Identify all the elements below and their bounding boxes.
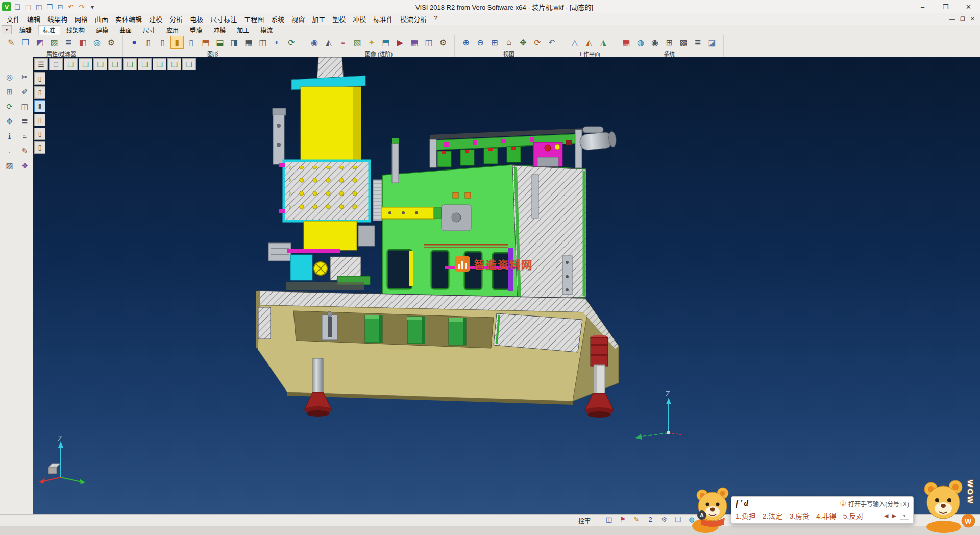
status-count-badge[interactable]: 2: [646, 516, 655, 523]
mirror-tool-icon[interactable]: ◫: [17, 100, 32, 113]
tab-die[interactable]: 冲模: [208, 25, 231, 35]
tab-wireframe[interactable]: 线架构: [61, 25, 90, 35]
save-icon[interactable]: ◫: [34, 2, 44, 12]
layer-list-icon[interactable]: ▯: [142, 36, 155, 49]
refresh-all-icon[interactable]: ⟳: [285, 36, 298, 49]
menu-wireframe[interactable]: 线架构: [44, 13, 71, 25]
menu-edit[interactable]: 编辑: [23, 13, 44, 25]
shaded-sphere-icon[interactable]: ◉: [648, 36, 662, 49]
ime-candidate[interactable]: 3.房贷: [789, 510, 810, 521]
attribute-copy-icon[interactable]: ❐: [19, 36, 32, 49]
curve-icon[interactable]: ≈: [17, 130, 32, 143]
mdi-restore-button[interactable]: ❐: [960, 16, 965, 22]
view-menu-icon[interactable]: ☰: [34, 58, 48, 70]
tab-moldflow[interactable]: 模流: [255, 25, 278, 35]
3d-viewport[interactable]: Z Z ☰□❑❑❑❑❑❑❑❑❑ ▯▯▮▯▯▯: [33, 57, 980, 515]
attribute-match-icon[interactable]: ◩: [33, 36, 46, 49]
redo-icon[interactable]: ↷: [77, 2, 87, 12]
menu-mold[interactable]: 塑模: [329, 13, 349, 25]
menu-file[interactable]: 文件: [3, 13, 23, 25]
view-axon-icon[interactable]: ❑: [167, 58, 181, 70]
print-icon[interactable]: ⊟: [55, 2, 65, 12]
color-filter-icon[interactable]: ◧: [76, 36, 89, 49]
color-table-icon[interactable]: ⬒: [199, 36, 212, 49]
mdi-close-button[interactable]: ✕: [970, 16, 975, 22]
view-filter-1-icon[interactable]: ▯: [34, 72, 45, 85]
capture-image-icon[interactable]: ⬒: [379, 36, 393, 49]
attribute-paint-icon[interactable]: ✎: [5, 36, 18, 49]
tab-standard[interactable]: 标准: [38, 25, 60, 35]
tab-dimension[interactable]: 尺寸: [138, 25, 160, 35]
grid-snap-icon[interactable]: ⊞: [2, 85, 17, 99]
menu-mesh[interactable]: 网格: [71, 13, 91, 25]
zoom-icon[interactable]: ◎: [2, 70, 17, 84]
grid-display-icon[interactable]: ▦: [242, 36, 255, 49]
rotate-view-icon[interactable]: ⟳: [531, 36, 544, 49]
lock-toggle[interactable]: 拴牢: [578, 516, 591, 525]
world-settings-icon[interactable]: ◍: [634, 36, 647, 49]
minimize-button[interactable]: –: [911, 0, 934, 13]
move-tool-icon[interactable]: ✥: [2, 115, 17, 128]
zoom-fit-icon[interactable]: ⌂: [502, 36, 516, 49]
info-icon[interactable]: ℹ: [2, 130, 17, 143]
layer-visible-icon[interactable]: ▯: [156, 36, 169, 49]
menu-system[interactable]: 系统: [267, 13, 288, 25]
previous-view-icon[interactable]: ↶: [545, 36, 558, 49]
menu-dimensioning[interactable]: 尺寸标注: [207, 13, 240, 25]
selection-filter-icon[interactable]: ▨: [47, 36, 61, 49]
workplane-standard-icon[interactable]: △: [568, 36, 581, 49]
mdi-minimize-button[interactable]: —: [949, 16, 955, 22]
ime-next-page-icon[interactable]: ▶: [892, 513, 896, 519]
rotate-tool-icon[interactable]: ⟳: [2, 100, 17, 113]
undo-icon[interactable]: ↶: [66, 2, 76, 12]
status-cube-icon[interactable]: ❑: [673, 516, 682, 523]
record-video-icon[interactable]: ▶: [394, 36, 407, 49]
menu-moldflow-analysis[interactable]: 模流分析: [397, 13, 430, 25]
linetype-table-icon[interactable]: ⬓: [213, 36, 227, 49]
ime-candidate[interactable]: 4.非得: [816, 510, 837, 521]
scissors-icon[interactable]: ✂: [17, 70, 32, 84]
ime-prev-page-icon[interactable]: ◀: [884, 513, 888, 519]
tab-molding[interactable]: 塑膜: [185, 25, 207, 35]
screen-split-icon[interactable]: ◫: [256, 36, 270, 49]
save-all-icon[interactable]: ❐: [44, 2, 55, 12]
view-iso-icon[interactable]: ❑: [64, 58, 78, 70]
menu-electrode[interactable]: 电极: [186, 13, 207, 25]
stereo-view-icon[interactable]: ◭: [322, 36, 335, 49]
tab-surface[interactable]: 曲面: [114, 25, 137, 35]
layer-filter-icon[interactable]: ≣: [62, 36, 75, 49]
redraw-icon[interactable]: ●: [128, 36, 141, 49]
hatch-icon[interactable]: ▨: [2, 159, 17, 173]
pan-view-icon[interactable]: ✥: [517, 36, 530, 49]
compare-view-icon[interactable]: ◫: [422, 36, 435, 49]
view-filter-2-icon[interactable]: ▯: [34, 86, 45, 99]
menu-standard-parts[interactable]: 标准件: [370, 13, 397, 25]
tab-edit[interactable]: 编辑: [14, 25, 37, 35]
ime-candidate[interactable]: 2.法定: [763, 510, 783, 521]
machine-model[interactable]: [256, 57, 619, 418]
ime-handwriting-hint[interactable]: ① 打开手写输入(分号+X): [840, 499, 909, 508]
shade-mode-icon[interactable]: ◐: [271, 36, 284, 49]
status-save-icon[interactable]: ◫: [604, 516, 614, 523]
layer-hidden-icon[interactable]: ▯: [185, 36, 198, 49]
view-back-icon[interactable]: ❑: [138, 58, 152, 70]
menu-die[interactable]: 冲模: [349, 13, 370, 25]
tab-application[interactable]: 应用: [161, 25, 184, 35]
list-options-icon[interactable]: ≣: [691, 36, 704, 49]
share-icon[interactable]: ❖: [17, 159, 32, 173]
status-edit-icon[interactable]: ✎: [632, 516, 641, 523]
advanced-shading-icon[interactable]: ◉: [308, 36, 321, 49]
ime-candidate[interactable]: 5.反对: [843, 510, 864, 521]
view-top-icon[interactable]: ❑: [79, 58, 92, 70]
status-settings-icon[interactable]: ⚙: [659, 516, 669, 523]
ime-mode-badge[interactable]: A: [697, 510, 706, 520]
tab-overflow-dropdown-icon[interactable]: ▾: [2, 25, 12, 34]
point-icon[interactable]: ∙: [2, 144, 17, 158]
color-palette-icon[interactable]: ▦: [620, 36, 633, 49]
lineweight-table-icon[interactable]: ◨: [228, 36, 241, 49]
notes-icon[interactable]: ✎: [17, 144, 32, 158]
restore-button[interactable]: ❐: [934, 0, 957, 13]
new-file-icon[interactable]: ❏: [12, 2, 22, 12]
matrix-icon[interactable]: ▩: [677, 36, 690, 49]
tab-modeling[interactable]: 建模: [91, 25, 113, 35]
